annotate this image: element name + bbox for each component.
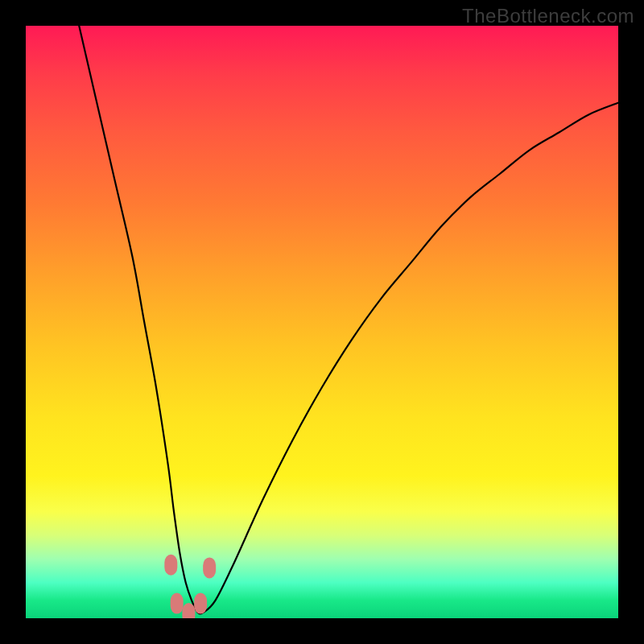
curve-svg <box>26 26 618 618</box>
bottleneck-curve-path <box>79 26 618 613</box>
watermark-text: TheBottleneck.com <box>462 5 634 27</box>
curve-marker <box>164 555 177 576</box>
curve-marker <box>194 593 207 614</box>
plot-area <box>26 26 618 618</box>
chart-frame: TheBottleneck.com <box>0 0 644 644</box>
curve-marker <box>171 593 184 614</box>
curve-marker <box>203 557 216 578</box>
